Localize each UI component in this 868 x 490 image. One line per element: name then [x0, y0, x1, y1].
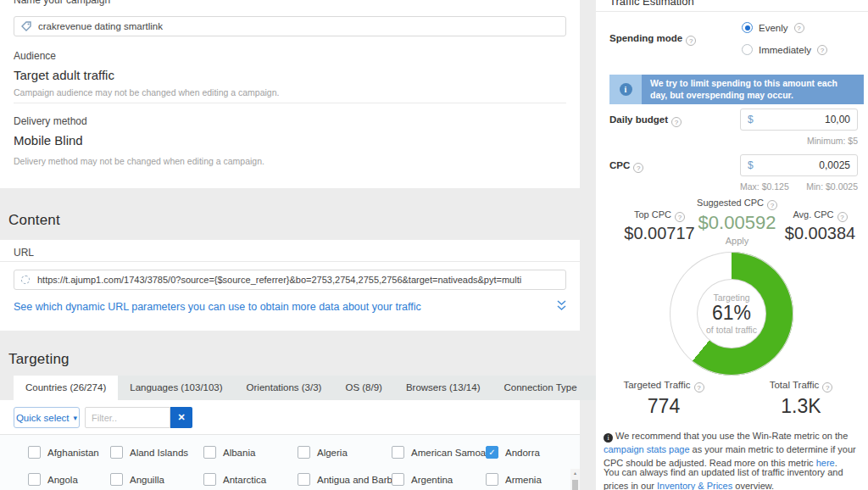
country-item[interactable]: Anguilla — [110, 473, 203, 486]
help-icon[interactable]: ? — [817, 45, 827, 55]
help-icon[interactable]: ? — [694, 382, 704, 393]
country-label: American Samoa — [411, 448, 486, 458]
campaign-name-input[interactable]: crakrevenue dating smartlink — [14, 16, 566, 36]
checkbox[interactable] — [203, 473, 216, 486]
country-item[interactable]: ✓Andorra — [486, 446, 570, 459]
suggested-cpc-stat: Suggested CPC? $0.00592 Apply — [684, 198, 790, 246]
country-label: Angola — [47, 475, 78, 485]
daily-budget-input[interactable]: $ 10,00 — [740, 109, 858, 131]
filter-input[interactable] — [85, 407, 170, 428]
content-section-heading: Content — [8, 212, 60, 229]
spending-mode-label: Spending mode? — [609, 33, 696, 46]
tab-connection-type[interactable]: Connection Type — [492, 376, 588, 400]
campaign-name-label: Name your campaign — [14, 0, 110, 6]
checkbox[interactable] — [392, 446, 404, 459]
checkbox[interactable] — [110, 446, 123, 459]
delivery-method-value: Mobile Blind — [14, 133, 83, 148]
country-grid: Afghanistan Aland Islands Albania Algeri… — [28, 446, 542, 486]
country-list: Afghanistan Aland Islands Albania Algeri… — [0, 434, 580, 490]
country-item[interactable]: Afghanistan — [28, 446, 110, 459]
help-icon[interactable]: ? — [794, 23, 804, 33]
scroll-up-icon[interactable]: ▲ — [570, 471, 580, 476]
scrollbar-thumb[interactable] — [572, 480, 578, 490]
checkbox[interactable] — [392, 473, 404, 486]
avg-cpc-label: Avg. CPC? — [776, 209, 865, 222]
checkbox[interactable] — [203, 446, 216, 459]
country-item[interactable]: Antarctica — [203, 473, 298, 486]
quick-select-button[interactable]: Quick select ▾ — [14, 407, 80, 428]
tab-countries[interactable]: Countries (26/274) — [14, 376, 118, 400]
country-label: Algeria — [317, 448, 348, 458]
tab-os[interactable]: OS (8/9) — [333, 376, 393, 400]
daily-budget-value: 10,00 — [754, 114, 850, 125]
help-icon[interactable]: ? — [686, 36, 696, 46]
country-item[interactable]: Armenia — [486, 473, 570, 486]
country-label: Anguilla — [130, 475, 164, 485]
delivery-method-label: Delivery method — [14, 115, 87, 127]
expand-chevron-icon[interactable] — [555, 299, 568, 315]
help-icon[interactable]: ? — [837, 212, 848, 222]
audience-value: Target adult traffic — [14, 68, 114, 82]
country-item[interactable]: Argentina — [392, 473, 486, 486]
radio-icon[interactable] — [742, 22, 753, 33]
avg-cpc-stat: Avg. CPC? $0.00384 — [776, 209, 865, 243]
campaign-name-value: crakrevenue dating smartlink — [38, 21, 163, 31]
help-icon[interactable]: ? — [671, 117, 682, 127]
countries-card: Quick select ▾ ✕ Afghanistan Aland Islan… — [0, 400, 580, 490]
inventory-prices-link[interactable]: Inventory & Prices — [657, 481, 732, 490]
checkbox[interactable] — [110, 473, 123, 486]
inventory-note: You can always find an updated list of t… — [604, 466, 863, 490]
tab-browsers[interactable]: Browsers (13/14) — [394, 376, 492, 400]
checkbox[interactable] — [28, 473, 41, 486]
help-icon[interactable]: ? — [822, 382, 832, 393]
donut-center: Targeting 61% of total traffic — [698, 280, 765, 348]
clear-filter-button[interactable]: ✕ — [170, 407, 192, 428]
country-list-scrollbar[interactable]: ▲ — [570, 469, 580, 490]
info-icon-box: i — [609, 75, 642, 104]
country-item[interactable]: Algeria — [298, 446, 392, 459]
donut-center-sub: of total traffic — [706, 325, 757, 335]
radio-evenly[interactable]: Evenly ? — [742, 22, 804, 33]
country-item[interactable]: Albania — [203, 446, 298, 459]
checkbox[interactable] — [28, 446, 41, 459]
cpc-input[interactable]: $ 0,0025 — [740, 154, 858, 176]
apply-suggested-cpc-link[interactable]: Apply — [684, 236, 790, 246]
suggested-cpc-value: $0.00592 — [684, 212, 790, 234]
help-icon[interactable]: ? — [633, 163, 643, 173]
targeted-traffic-value: 774 — [613, 395, 715, 418]
country-item[interactable]: Aland Islands — [110, 446, 203, 459]
country-label: Antarctica — [223, 475, 266, 485]
checkbox[interactable] — [298, 446, 310, 459]
total-traffic-stat: Total Traffic? 1.3K — [750, 380, 852, 418]
dynamic-url-params-link[interactable]: See which dynamic URL parameters you can… — [14, 301, 421, 313]
checkbox[interactable] — [486, 473, 498, 486]
url-input[interactable]: https://t.ajump1.com/1743/3785/0?source=… — [14, 270, 566, 290]
traffic-estimation-panel: Traffic Estimation Spending mode? Evenly… — [596, 0, 868, 490]
tab-languages[interactable]: Languages (103/103) — [118, 376, 234, 400]
daily-budget-text: Daily budget — [609, 114, 668, 125]
radio-icon[interactable] — [742, 44, 753, 55]
country-item[interactable]: Antigua and Barb... — [298, 473, 392, 486]
country-item[interactable]: Angola — [28, 473, 110, 486]
campaign-stats-page-link[interactable]: campaign stats page — [604, 444, 690, 454]
checkbox[interactable] — [298, 473, 310, 486]
country-label: Andorra — [505, 448, 540, 458]
url-value: https://t.ajump1.com/1743/3785/0?source=… — [37, 275, 521, 285]
country-label: Aland Islands — [130, 448, 188, 458]
country-label: Argentina — [411, 475, 453, 485]
donut-percent-value: 61% — [712, 303, 751, 324]
quick-select-label: Quick select — [16, 413, 70, 423]
radio-immediately[interactable]: Immediately ? — [742, 44, 827, 55]
targeting-section-heading: Targeting — [8, 351, 70, 368]
checkbox-checked[interactable]: ✓ — [486, 446, 498, 459]
content-divider — [0, 261, 580, 262]
targeted-traffic-stat: Targeted Traffic? 774 — [613, 380, 715, 418]
winrate-note: iWe recommend that you use the Win-Rate … — [604, 430, 863, 471]
radio-label: Evenly — [759, 23, 788, 33]
spending-info-banner: i We try to limit spending to this amoun… — [609, 75, 864, 104]
country-item[interactable]: American Samoa — [392, 446, 486, 459]
tab-orientations[interactable]: Orientations (3/3) — [235, 376, 334, 400]
daily-budget-min-hint: Minimum: $5 — [740, 136, 858, 146]
url-target-icon — [21, 276, 30, 284]
targeting-donut-chart: Targeting 61% of total traffic — [670, 252, 793, 376]
